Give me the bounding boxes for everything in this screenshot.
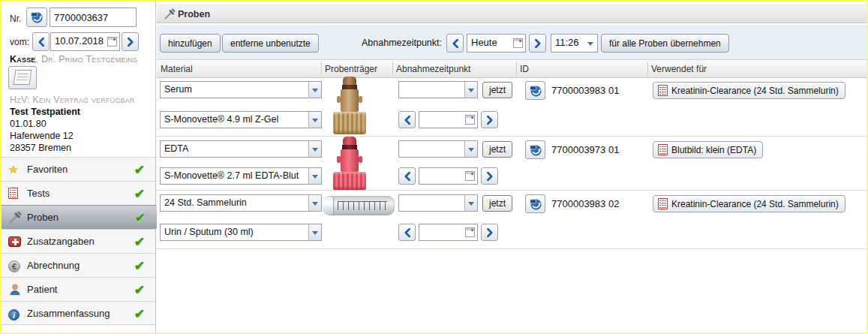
- collection-date-field-row[interactable]: [419, 224, 478, 241]
- column-header-probentraeger: Probenträger: [325, 64, 377, 74]
- chevron-down-icon: [312, 231, 318, 235]
- column-header-material: Material: [161, 64, 193, 74]
- collection-date-field[interactable]: Heute: [467, 34, 526, 53]
- used-for-badge[interactable]: Kreatinin-Clearance (24 Std. Sammelurin): [653, 82, 845, 99]
- form-sheet-icon: [14, 70, 32, 85]
- container-select[interactable]: S-Monovette® 4.9 ml Z-Gel: [160, 111, 322, 128]
- used-for-badge[interactable]: Kreatinin-Clearance (24 Std. Sammelurin): [653, 195, 845, 212]
- next-day-button[interactable]: [529, 34, 546, 53]
- order-number-input[interactable]: [50, 8, 137, 27]
- step-complete-check-icon: ✔: [134, 186, 145, 202]
- person-icon: [8, 283, 22, 296]
- hzv-notice: HzV: Kein Vertrag verfügbar: [10, 95, 135, 105]
- calendar-icon[interactable]: [465, 115, 475, 125]
- sidebar-item-abrechnung[interactable]: € Abrechnung ✔: [2, 253, 155, 277]
- sample-id-button[interactable]: [525, 81, 545, 100]
- next-date-button[interactable]: [122, 32, 139, 51]
- column-header-id: ID: [520, 64, 529, 74]
- previous-day-button[interactable]: [446, 34, 464, 53]
- previous-date-button[interactable]: [398, 167, 416, 185]
- material-select[interactable]: Serum: [160, 81, 322, 98]
- remove-unused-button[interactable]: entferne unbenutzte: [222, 34, 319, 53]
- chevron-down-icon: [587, 42, 593, 46]
- insurer-line: Kasse, Dr. Primo Testgemeins: [10, 54, 154, 65]
- sidebar-item-proben[interactable]: Proben ✔: [2, 205, 167, 229]
- previous-date-button[interactable]: [398, 224, 416, 241]
- calendar-icon[interactable]: [465, 227, 475, 237]
- info-icon: i: [8, 308, 22, 321]
- step-complete-check-icon: ✔: [134, 282, 145, 298]
- patient-street: Haferwende 12: [10, 131, 74, 141]
- previous-date-button[interactable]: [32, 32, 50, 51]
- calendar-icon[interactable]: [465, 171, 475, 181]
- collection-date-field-row[interactable]: [419, 111, 478, 128]
- collection-time-select-row[interactable]: [398, 194, 478, 212]
- sample-id-icon: [529, 143, 542, 157]
- serum-tube-image: [332, 77, 367, 135]
- column-header-abnahmezeitpunkt: Abnahmezeitpunkt: [396, 64, 470, 74]
- used-for-badge[interactable]: Blutbild: klein (EDTA): [653, 141, 763, 158]
- add-sample-button[interactable]: hinzufügen: [160, 34, 221, 53]
- order-number-button[interactable]: [26, 8, 47, 27]
- chevron-down-icon: [312, 148, 318, 152]
- chevron-left-icon: [403, 115, 411, 125]
- chevron-down-icon: [468, 148, 474, 152]
- patient-birthdate: 01.01.80: [10, 119, 47, 129]
- set-time-now-button[interactable]: jetzt: [482, 141, 512, 158]
- tests-document-icon: [8, 188, 22, 201]
- set-time-now-button[interactable]: jetzt: [482, 82, 512, 98]
- sidebar-item-favoriten[interactable]: ★ Favoriten ✔: [2, 157, 155, 181]
- patient-city: 28357 Bremen: [10, 143, 71, 153]
- toolbar: hinzufügen entferne unbenutzte Abnahmeze…: [157, 25, 866, 59]
- next-date-button[interactable]: [481, 224, 498, 241]
- sidebar-item-zusatzangaben[interactable]: Zusatzangaben ✔: [2, 229, 155, 253]
- container-select[interactable]: Urin / Sputum (30 ml): [160, 224, 322, 241]
- urine-tube-image: [323, 196, 395, 215]
- chevron-right-icon: [533, 38, 542, 48]
- sample-id-icon: [529, 84, 542, 98]
- set-time-now-button[interactable]: jetzt: [482, 195, 512, 212]
- next-date-button[interactable]: [481, 111, 498, 128]
- next-date-button[interactable]: [481, 167, 498, 185]
- order-entry-window: Nr. vom: 10.07.2018 Kasse, Dr. Primo Tes…: [0, 0, 868, 334]
- sidebar-item-zusammenfassung[interactable]: i Zusammenfassung ✔: [2, 301, 155, 325]
- sample-id-button[interactable]: [525, 194, 545, 213]
- container-select[interactable]: S-Monovette® 2.7 ml EDTA-Blut: [160, 167, 322, 185]
- chevron-right-icon: [485, 227, 494, 237]
- step-complete-check-icon: ✔: [134, 258, 145, 274]
- patient-name: Test Testpatient: [10, 107, 80, 117]
- chevron-left-icon: [451, 38, 459, 48]
- material-select[interactable]: EDTA: [160, 140, 322, 158]
- column-header-verwendet-fuer: Verwendet für: [651, 64, 707, 74]
- euro-coin-icon: €: [8, 259, 22, 272]
- step-complete-check-icon: ✔: [135, 210, 146, 226]
- order-date-field[interactable]: 10.07.2018: [50, 32, 120, 51]
- chevron-right-icon: [485, 115, 494, 125]
- apply-to-all-samples-button[interactable]: für alle Proben übernehmen: [601, 34, 729, 53]
- collection-time-select-row[interactable]: [398, 140, 478, 158]
- chevron-down-icon: [312, 202, 318, 206]
- calendar-icon[interactable]: [107, 37, 117, 47]
- step-complete-check-icon: ✔: [134, 234, 145, 250]
- collection-date-field-row[interactable]: [419, 167, 478, 185]
- collection-time-select-row[interactable]: [398, 81, 478, 98]
- chevron-down-icon: [312, 89, 318, 92]
- collection-time-select[interactable]: 11:26: [551, 34, 598, 53]
- step-complete-check-icon: ✔: [134, 306, 145, 322]
- sidebar-item-tests[interactable]: Tests ✔: [2, 181, 155, 205]
- sample-id-button[interactable]: [525, 140, 545, 159]
- sidebar-item-patient[interactable]: Patient ✔: [2, 277, 155, 301]
- page-title: Proben: [178, 9, 210, 20]
- previous-date-button[interactable]: [398, 111, 416, 128]
- material-select[interactable]: 24 Std. Sammelurin: [160, 194, 322, 212]
- sample-id-icon: [529, 197, 542, 211]
- chevron-right-icon: [485, 171, 494, 181]
- proben-panel: Proben hinzufügen entferne unbenutzte Ab…: [157, 2, 866, 332]
- calendar-icon[interactable]: [513, 38, 523, 48]
- sample-id-value: 7700003973 01: [551, 144, 619, 155]
- chevron-left-icon: [403, 171, 411, 181]
- chevron-down-icon: [468, 89, 474, 92]
- chevron-down-icon: [312, 119, 318, 122]
- print-form-button[interactable]: [8, 66, 37, 89]
- order-number-label: Nr.: [10, 14, 21, 24]
